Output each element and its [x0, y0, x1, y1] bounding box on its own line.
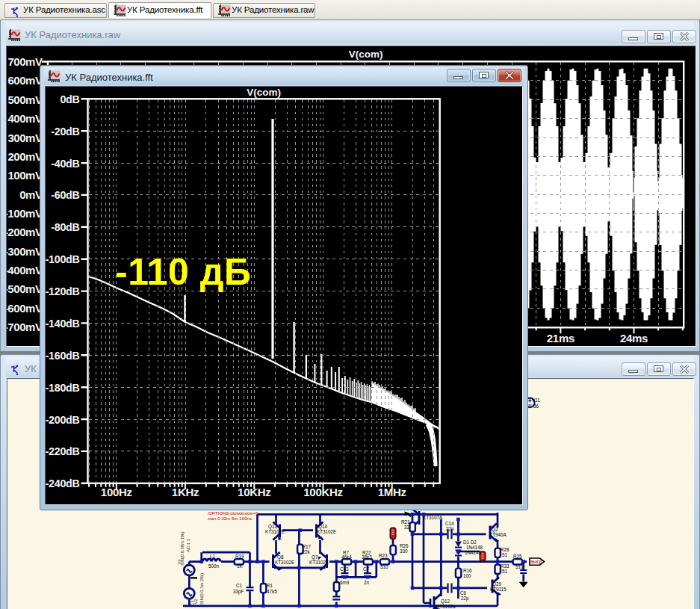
svg-text:V3: V3 [177, 559, 182, 564]
svg-text:-700mV: -700mV [7, 321, 43, 333]
svg-text:-80dB: -80dB [51, 221, 79, 233]
svg-text:-20dB: -20dB [51, 126, 79, 137]
svg-text:100KHz: 100KHz [303, 486, 342, 498]
svg-text:33: 33 [404, 525, 410, 530]
svg-text:-200dB: -200dB [46, 414, 80, 426]
svg-text:C1: C1 [190, 600, 194, 605]
svg-text:-60dB: -60dB [51, 189, 79, 201]
svg-text:-160dB: -160dB [46, 350, 80, 362]
svg-text:700mV: 700mV [7, 55, 43, 68]
svg-text:1N4148: 1N4148 [466, 545, 483, 550]
svg-text:L1: L1 [210, 554, 216, 559]
svg-text:1KHz: 1KHz [172, 486, 199, 498]
svg-text:510: 510 [380, 564, 388, 569]
svg-text:-40dB: -40dB [51, 158, 79, 170]
svg-text:ВЫХОД: ВЫХОД [531, 560, 542, 564]
svg-text:R16: R16 [463, 568, 472, 573]
svg-text:C14: C14 [445, 521, 454, 526]
svg-text:KT3102E: KT3102E [265, 529, 285, 534]
svg-text:1N4148: 1N4148 [465, 550, 482, 555]
svg-text:51: 51 [502, 569, 508, 574]
svg-text:-140dB: -140dB [46, 318, 80, 330]
svg-text:KT3102a: KT3102a [436, 604, 456, 609]
svg-text:-200mV: -200mV [7, 226, 43, 238]
svg-text:-120dB: -120dB [46, 285, 80, 297]
svg-text:KT3102E: KT3102E [275, 560, 294, 565]
svg-text:22k: 22k [303, 549, 311, 554]
svg-text:1MHz: 1MHz [378, 486, 406, 498]
svg-text:300mV: 300mV [7, 132, 43, 144]
svg-text:R26: R26 [400, 543, 409, 548]
svg-text:R17: R17 [303, 544, 312, 549]
svg-text:V(com): V(com) [349, 49, 383, 60]
svg-text:33pF: 33pF [233, 589, 244, 595]
svg-text:C1: C1 [236, 583, 243, 588]
svg-text:C7: C7 [363, 566, 370, 572]
svg-text:100Hz: 100Hz [101, 486, 132, 498]
svg-text:330: 330 [400, 548, 408, 554]
svg-text:KT3107A: KT3107A [423, 515, 443, 520]
svg-text:51: 51 [502, 552, 508, 557]
svg-text:21ms: 21ms [547, 332, 574, 344]
svg-text:200mV: 200mV [7, 150, 43, 163]
svg-text:24ms: 24ms [620, 332, 648, 344]
svg-text:-500mV: -500mV [7, 282, 43, 295]
svg-text:-600mV: -600mV [7, 302, 43, 315]
svg-text:D1 D2: D1 D2 [463, 540, 477, 545]
svg-text:SIN(0 0.3m 20k): SIN(0 0.3m 20k) [199, 573, 204, 605]
svg-text:36: 36 [533, 404, 539, 409]
svg-text:100mV: 100mV [7, 169, 43, 182]
svg-text:R19: R19 [235, 554, 244, 559]
svg-text:510: 510 [515, 564, 524, 569]
svg-text:500n: 500n [208, 563, 220, 569]
svg-text:38k3: 38k3 [362, 554, 372, 560]
svg-text:47k5: 47k5 [267, 589, 277, 594]
svg-text:R21: R21 [401, 519, 410, 525]
svg-text:500mV: 500mV [7, 93, 43, 106]
svg-text:R1: R1 [267, 583, 273, 588]
svg-text:R28: R28 [501, 547, 509, 552]
svg-text:-400mV: -400mV [7, 264, 43, 276]
svg-text:100: 100 [463, 573, 471, 578]
svg-text:22p: 22p [446, 526, 454, 532]
svg-text:-100mV: -100mV [7, 207, 43, 220]
svg-text:R23: R23 [379, 553, 388, 558]
svg-text:22p: 22p [461, 596, 469, 602]
svg-text:KT3102E: KT3102E [309, 560, 329, 565]
svg-text:-240dB: -240dB [46, 477, 80, 489]
svg-text:KT9115: KT9115 [490, 587, 507, 592]
svg-text:400mV: 400mV [7, 112, 43, 125]
svg-text:600mV: 600mV [7, 74, 43, 87]
svg-text:.tran 0 32m 6m 100ns: .tran 0 32m 6m 100ns [207, 516, 252, 521]
svg-text:-300mV: -300mV [7, 245, 43, 258]
svg-text:AC 1 1: AC 1 1 [186, 539, 191, 552]
svg-text:.OPTIONS plotwinsize=0: .OPTIONS plotwinsize=0 [207, 510, 258, 516]
svg-text:-100dB: -100dB [46, 253, 80, 265]
svg-text:6m9: 6m9 [340, 580, 350, 585]
svg-text:C13: C13 [340, 566, 349, 572]
svg-text:-110 дБ: -110 дБ [115, 251, 251, 293]
svg-text:C6: C6 [460, 590, 467, 596]
svg-text:1K: 1K [237, 563, 244, 569]
svg-text:0dB: 0dB [60, 93, 79, 105]
svg-text:R25: R25 [513, 554, 522, 559]
svg-text:R33: R33 [501, 563, 509, 569]
svg-text:V(com): V(com) [247, 87, 281, 98]
svg-text:10KHz: 10KHz [238, 486, 270, 498]
svg-text:-180dB: -180dB [46, 382, 80, 394]
svg-text:46k4: 46k4 [341, 554, 352, 560]
svg-text:-220dB: -220dB [46, 445, 80, 457]
svg-text:2n: 2n [364, 580, 370, 585]
svg-text:KT3102E: KT3102E [317, 529, 336, 534]
svg-text:KT940A: KT940A [489, 532, 507, 537]
svg-text:V11: V11 [532, 398, 540, 403]
